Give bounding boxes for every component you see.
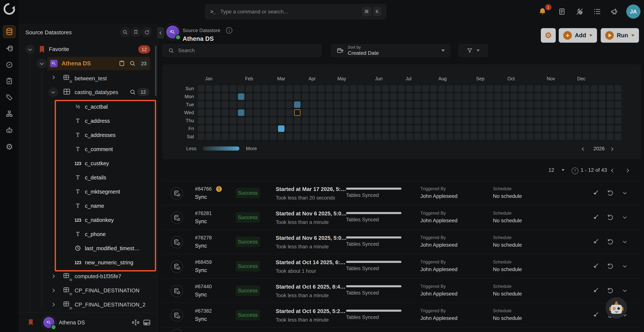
panel-search-icon[interactable] [120, 27, 130, 37]
heatmap-cell[interactable] [559, 85, 565, 92]
add-button[interactable]: + Add [559, 28, 597, 43]
heatmap-cell[interactable] [519, 109, 525, 116]
heatmap-cell[interactable] [302, 133, 308, 140]
heatmap-cell[interactable] [302, 93, 308, 100]
heatmap-cell[interactable] [222, 133, 228, 140]
heatmap-cell[interactable] [607, 117, 614, 124]
heatmap-cell[interactable] [318, 85, 324, 92]
heatmap-cell[interactable] [214, 101, 220, 108]
column-row[interactable]: 123c_nationkey [19, 215, 158, 225]
sidebar-item-checks[interactable] [6, 77, 13, 85]
heatmap-cell[interactable] [326, 85, 333, 92]
heatmap-cell[interactable] [438, 109, 445, 116]
heatmap-cell[interactable] [454, 125, 461, 132]
run-id[interactable]: #84766 [195, 186, 212, 192]
datastore-collapse-chevron[interactable] [37, 59, 47, 68]
heatmap-cell[interactable] [422, 101, 429, 108]
heatmap-cell[interactable] [358, 101, 365, 108]
heatmap-cell[interactable] [535, 125, 541, 132]
table-row[interactable]: ⚙CP_FINAL_DESTINATION_2 [19, 300, 158, 310]
heatmap-cell[interactable] [350, 85, 357, 92]
heatmap-cell[interactable] [278, 85, 284, 92]
heatmap-cell[interactable] [318, 133, 324, 140]
heatmap-cell[interactable] [366, 101, 373, 108]
heatmap-cell[interactable] [222, 93, 228, 100]
run-id[interactable]: #76278 [195, 235, 212, 241]
heatmap-cell[interactable] [559, 101, 565, 108]
heatmap-cell[interactable] [214, 133, 220, 140]
heatmap-cell[interactable] [527, 101, 533, 108]
heatmap-cell[interactable] [599, 133, 606, 140]
heatmap-cell[interactable] [438, 125, 445, 132]
datastore-bookmark-icon[interactable] [119, 60, 125, 66]
table-collapse-chevron[interactable] [48, 87, 58, 97]
heatmap-cell[interactable] [390, 109, 397, 116]
heatmap-cell[interactable] [551, 125, 557, 132]
heatmap-cell[interactable] [206, 101, 212, 108]
heatmap-cell[interactable] [559, 125, 565, 132]
heatmap-cell[interactable] [438, 133, 445, 140]
heatmap-cell[interactable] [198, 101, 204, 108]
heatmap-cell[interactable] [462, 93, 469, 100]
heatmap-cell[interactable] [599, 101, 606, 108]
heatmap-cell[interactable] [238, 85, 244, 92]
heatmap-cell[interactable] [583, 101, 589, 108]
heatmap-cell[interactable] [206, 109, 212, 116]
heatmap-cell[interactable] [382, 101, 389, 108]
heatmap-cell[interactable] [470, 125, 477, 132]
sidebar-item-settings[interactable]: ⚙ [6, 143, 13, 150]
heatmap-cell[interactable] [342, 93, 349, 100]
heatmap-cell[interactable] [238, 125, 244, 132]
heatmap-cell[interactable] [607, 133, 614, 140]
heatmap-cell[interactable] [478, 109, 485, 116]
column-row[interactable]: last_modified_timest… [19, 243, 158, 253]
heatmap-cell[interactable] [615, 93, 622, 100]
heatmap-cell[interactable] [502, 93, 509, 100]
heatmap-cell[interactable] [390, 85, 397, 92]
heatmap-cell[interactable] [350, 125, 357, 132]
heatmap-cell[interactable] [326, 109, 333, 116]
heatmap-cell[interactable] [478, 93, 485, 100]
heatmap-cell[interactable] [358, 85, 365, 92]
help-icon[interactable]: ? [572, 167, 578, 174]
heatmap-cell[interactable] [446, 117, 453, 124]
heatmap-cell[interactable] [462, 101, 469, 108]
heatmap-cell[interactable] [535, 117, 541, 124]
heatmap-cell[interactable] [446, 85, 453, 92]
heatmap-cell[interactable] [575, 109, 581, 116]
theme-toggle-icon[interactable] [575, 7, 584, 16]
heatmap-cell[interactable] [406, 85, 413, 92]
heatmap-cell[interactable] [567, 93, 573, 100]
heatmap-cell[interactable] [214, 85, 220, 92]
heatmap-cell[interactable] [414, 101, 421, 108]
heatmap-cell[interactable] [326, 125, 333, 132]
announcements-megaphone-icon[interactable] [610, 7, 619, 16]
column-row[interactable]: 123new_numeric_string [19, 257, 158, 267]
heatmap-cell[interactable] [270, 133, 276, 140]
heatmap-cell[interactable] [334, 101, 341, 108]
heatmap-cell[interactable] [607, 93, 614, 100]
column-row[interactable]: Tc_address [19, 116, 158, 126]
rerun-icon[interactable] [606, 188, 615, 197]
heatmap-cell[interactable] [342, 133, 349, 140]
heatmap-cell[interactable] [382, 133, 389, 140]
heatmap-cell[interactable] [599, 85, 606, 92]
heatmap-cell[interactable] [567, 101, 573, 108]
heatmap-cell[interactable] [334, 125, 341, 132]
heatmap-cell[interactable] [310, 93, 316, 100]
heatmap-cell[interactable] [462, 133, 469, 140]
command-search-input[interactable]: >_ Type a command or search... ⌘ K [205, 4, 386, 19]
heatmap-cell[interactable] [334, 117, 341, 124]
heatmap-cell[interactable] [310, 125, 316, 132]
sidebar-item-assistant[interactable] [6, 127, 13, 134]
sync-run-row[interactable]: #68459SyncSuccessStarted at Oct 14 2025,… [162, 254, 641, 279]
heatmap-cell[interactable] [318, 101, 324, 108]
heatmap-cell[interactable] [430, 117, 437, 124]
heatmap-cell[interactable] [206, 117, 212, 124]
heatmap-cell[interactable] [599, 125, 606, 132]
heatmap-cell[interactable] [222, 85, 228, 92]
heatmap-cell[interactable] [270, 85, 276, 92]
heatmap-today-cell[interactable] [294, 109, 300, 116]
heatmap-cell[interactable] [615, 133, 622, 140]
heatmap-cell[interactable] [262, 109, 268, 116]
